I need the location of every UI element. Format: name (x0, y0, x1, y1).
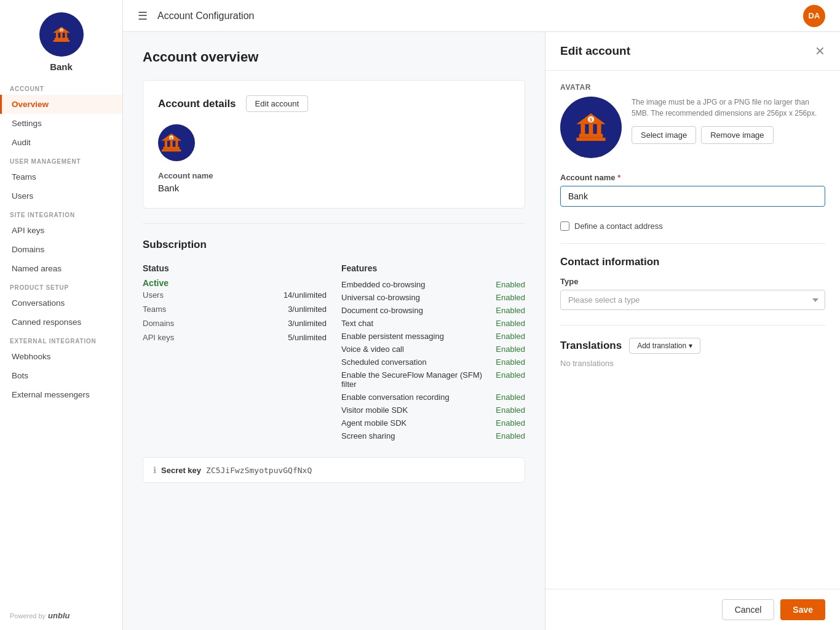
account-details-header: Account details Edit account (158, 95, 510, 112)
edit-panel-title: Edit account (560, 44, 630, 58)
sub-row-api-keys: API keys 5/unlimited (143, 330, 327, 345)
subscription-section: Subscription Status Active Users 14/unli… (143, 239, 525, 483)
unblu-brand: unblu (48, 611, 69, 620)
cancel-button[interactable]: Cancel (722, 599, 775, 620)
product-setup-label: PRODUCT SETUP (0, 278, 122, 293)
secret-key-row: ℹ Secret key ZC5JiFwzSmyotpuvGQfNxQ (143, 457, 525, 483)
sidebar-item-audit[interactable]: Audit (0, 133, 122, 152)
translations-section: Translations Add translation ▾ No transl… (560, 338, 825, 368)
feature-row: Embedded co-browsingEnabled (341, 278, 525, 291)
avatar-section-content: $ The image must be a JPG or a PNG file … (560, 97, 825, 158)
contact-info-title: Contact information (560, 256, 825, 268)
feature-row: Scheduled conversationEnabled (341, 356, 525, 369)
account-avatar-display: $ (158, 124, 195, 161)
svg-rect-4 (60, 33, 63, 38)
svg-rect-3 (55, 33, 58, 38)
svg-text:$: $ (590, 117, 593, 122)
sidebar-item-canned-responses[interactable]: Canned responses (0, 313, 122, 332)
sidebar: $ Bank ACCOUNT Overview Settings Audit U… (0, 0, 123, 630)
sub-row-teams: Teams 3/unlimited (143, 302, 327, 316)
sub-row-domains: Domains 3/unlimited (143, 316, 327, 330)
sidebar-item-external-messengers[interactable]: External messengers (0, 385, 122, 404)
avatar-hint: The image must be a JPG or a PNG file no… (632, 97, 825, 119)
info-icon: ℹ (153, 465, 156, 475)
feature-row: Universal co-browsingEnabled (341, 291, 525, 304)
select-image-button[interactable]: Select image (632, 126, 696, 144)
sidebar-item-webhooks[interactable]: Webhooks (0, 347, 122, 366)
remove-image-button[interactable]: Remove image (701, 126, 773, 144)
translations-title: Translations (560, 340, 622, 352)
svg-rect-11 (165, 141, 167, 148)
svg-rect-21 (589, 124, 593, 135)
subscription-features-col: Features Embedded co-browsingEnabled Uni… (341, 263, 525, 442)
sidebar-item-named-areas[interactable]: Named areas (0, 259, 122, 278)
save-button[interactable]: Save (780, 599, 825, 620)
svg-rect-2 (53, 40, 69, 42)
account-details-title: Account details (158, 98, 236, 110)
define-contact-checkbox[interactable] (560, 221, 569, 231)
subscription-title: Subscription (143, 239, 525, 251)
account-name-input[interactable] (560, 186, 825, 207)
feature-row: Visitor mobile SDKEnabled (341, 404, 525, 417)
edit-panel-body: Avatar $ (545, 71, 840, 589)
svg-rect-13 (175, 141, 178, 148)
sidebar-item-domains[interactable]: Domains (0, 240, 122, 259)
translations-header: Translations Add translation ▾ (560, 338, 825, 354)
sidebar-item-conversations[interactable]: Conversations (0, 293, 122, 313)
sidebar-item-teams[interactable]: Teams (0, 167, 122, 186)
sidebar-item-overview[interactable]: Overview (0, 95, 122, 114)
feature-row: Document co-browsingEnabled (341, 304, 525, 317)
required-star: * (617, 173, 620, 182)
account-name-label: Account name (158, 171, 510, 180)
sidebar-account-name: Bank (50, 62, 73, 72)
subscription-grid: Status Active Users 14/unlimited Teams 3… (143, 263, 525, 442)
feature-row: Text chatEnabled (341, 317, 525, 330)
svg-rect-19 (576, 138, 605, 141)
add-translation-button[interactable]: Add translation ▾ (629, 338, 700, 354)
topbar: ☰ Account Configuration DA (123, 0, 840, 32)
svg-text:$: $ (60, 30, 62, 33)
feature-row: Enable persistent messagingEnabled (341, 330, 525, 343)
sidebar-item-bots[interactable]: Bots (0, 366, 122, 385)
avatar-buttons: Select image Remove image (632, 126, 825, 144)
svg-rect-20 (580, 124, 585, 135)
secret-key-label: Secret key (161, 466, 201, 475)
sidebar-item-users[interactable]: Users (0, 186, 122, 205)
edit-account-button[interactable]: Edit account (246, 95, 309, 112)
subscription-status-col: Status Active Users 14/unlimited Teams 3… (143, 263, 327, 442)
svg-rect-10 (162, 150, 181, 151)
account-details-card: Account details Edit account $ (143, 80, 525, 209)
contact-info-section: Contact information Type Please select a… (560, 256, 825, 310)
close-button[interactable]: ✕ (815, 45, 825, 57)
svg-rect-5 (65, 33, 67, 38)
user-management-label: USER MANAGEMENT (0, 152, 122, 167)
feature-row: Screen sharingEnabled (341, 429, 525, 442)
powered-by: Powered by unblu (0, 601, 122, 630)
define-contact-label: Define a contact address (574, 221, 663, 231)
account-name-field-label: Account name * (560, 173, 825, 182)
secret-key-value: ZC5JiFwzSmyotpuvGQfNxQ (206, 466, 312, 475)
feature-row: Agent mobile SDKEnabled (341, 417, 525, 429)
svg-rect-18 (579, 134, 603, 138)
sidebar-logo: $ Bank (0, 0, 122, 79)
status-active: Active (143, 278, 327, 288)
content-area: Account overview Account details Edit ac… (123, 32, 840, 630)
define-contact-row: Define a contact address (560, 221, 825, 231)
feature-row: Enable conversation recordingEnabled (341, 391, 525, 404)
status-label: Status (143, 263, 327, 273)
avatar-info: The image must be a JPG or a PNG file no… (632, 97, 825, 144)
edit-panel-footer: Cancel Save (545, 589, 840, 630)
sub-row-users: Users 14/unlimited (143, 288, 327, 302)
user-avatar[interactable]: DA (803, 5, 825, 27)
topbar-title: Account Configuration (157, 10, 254, 22)
avatar-label: Avatar (560, 83, 825, 92)
sidebar-item-api-keys[interactable]: API keys (0, 221, 122, 240)
sidebar-item-settings[interactable]: Settings (0, 114, 122, 133)
edit-panel: Edit account ✕ Avatar (545, 32, 840, 630)
type-field-label: Type (560, 277, 825, 286)
features-label: Features (341, 263, 525, 273)
menu-icon[interactable]: ☰ (138, 9, 148, 23)
svg-rect-12 (170, 141, 173, 148)
type-select[interactable]: Please select a type (560, 290, 825, 310)
avatar-preview: $ (560, 97, 622, 158)
